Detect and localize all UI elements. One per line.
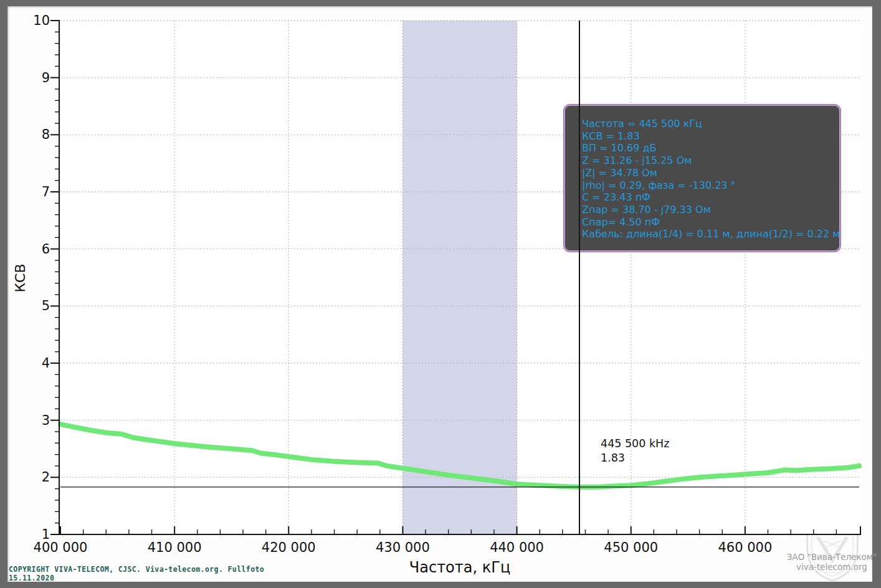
tooltip-line-zpar: Zпар = 38.70 - j79.33 Ом [582, 204, 839, 216]
y-axis-title: КСВ [12, 258, 28, 298]
x-tick-label: 440 000 [490, 540, 544, 555]
tooltip-line-impedance: Z = 31.26 - j15.25 Ом [582, 154, 839, 167]
tooltip-line-vswr: КСВ = 1.83 [582, 130, 839, 143]
y-tick-label: 7 [42, 184, 50, 199]
tooltip-line-impedance-mag: |Z| = 34.78 Ом [582, 167, 839, 179]
x-tick-label: 430 000 [376, 540, 430, 555]
x-tick-label: 410 000 [148, 540, 202, 555]
copyright-text: COPYRIGHT VIVA-TELECOM, CJSC. Viva-telec… [9, 566, 264, 574]
x-tick-label: 450 000 [604, 540, 658, 555]
tooltip-line-return-loss: ВП = 10.69 дБ [582, 142, 839, 154]
x-tick-label: 400 000 [34, 540, 88, 555]
y-tick-label: 9 [42, 70, 50, 85]
cursor-readout: 445 500 kHz 1.83 [601, 437, 669, 465]
cursor-frequency-label: 445 500 kHz [601, 437, 669, 451]
y-tick-label: 4 [42, 356, 50, 371]
x-tick-label: 420 000 [262, 540, 316, 555]
y-tick-label: 8 [42, 127, 50, 142]
y-tick-label: 1 [42, 527, 50, 542]
cursor-vswr-label: 1.83 [601, 451, 669, 465]
frequency-cursor-line[interactable] [579, 21, 580, 534]
tooltip-line-cpar: Спар= 4.50 пФ [582, 216, 839, 229]
y-tick-label: 10 [33, 13, 50, 28]
tooltip-line-cable: Кабель: длина(1/4) = 0.11 м, длина(1/2) … [582, 228, 839, 240]
analyzer-window: ЗАО "Вива-Телеком" viva-telecom.org 400 … [0, 0, 881, 588]
tooltip-line-rho: |rho| = 0.29, фаза = -130.23 ° [582, 179, 839, 192]
copyright-date: 15.11.2020 [9, 574, 264, 583]
y-tick-label: 3 [42, 413, 50, 428]
highlight-band [402, 21, 517, 534]
tooltip-line-capacitance: C = 23.43 пФ [582, 191, 839, 204]
vswr-chart[interactable]: 400 000410 000420 000430 000440 000450 0… [0, 0, 881, 588]
y-tick-label: 6 [42, 242, 50, 257]
copyright-block: COPYRIGHT VIVA-TELECOM, CJSC. Viva-telec… [9, 566, 264, 582]
y-tick-label: 2 [42, 470, 50, 485]
y-tick-label: 5 [42, 298, 50, 313]
tooltip-line-frequency: Частота = 445 500 кГц [582, 118, 839, 130]
x-tick-label: 460 000 [718, 540, 772, 555]
measurement-tooltip: Частота = 445 500 кГц КСВ = 1.83 ВП = 10… [564, 105, 841, 252]
